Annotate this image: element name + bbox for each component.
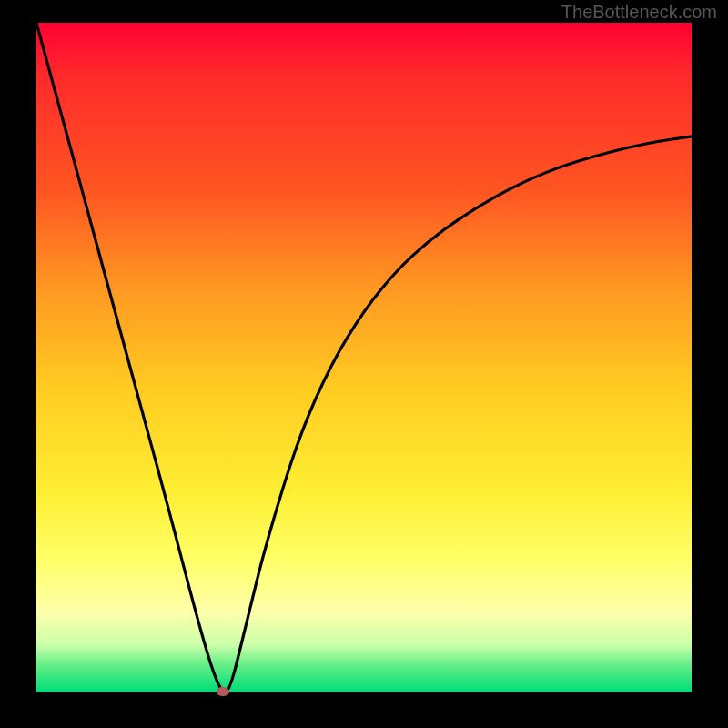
minimum-marker-icon <box>217 687 229 696</box>
plot-gradient-background <box>36 23 692 692</box>
frame-left <box>0 0 36 728</box>
watermark-text: TheBottleneck.com <box>561 2 717 23</box>
frame-bottom <box>0 692 728 728</box>
frame-right <box>692 0 728 728</box>
chart-container: TheBottleneck.com <box>0 0 728 728</box>
